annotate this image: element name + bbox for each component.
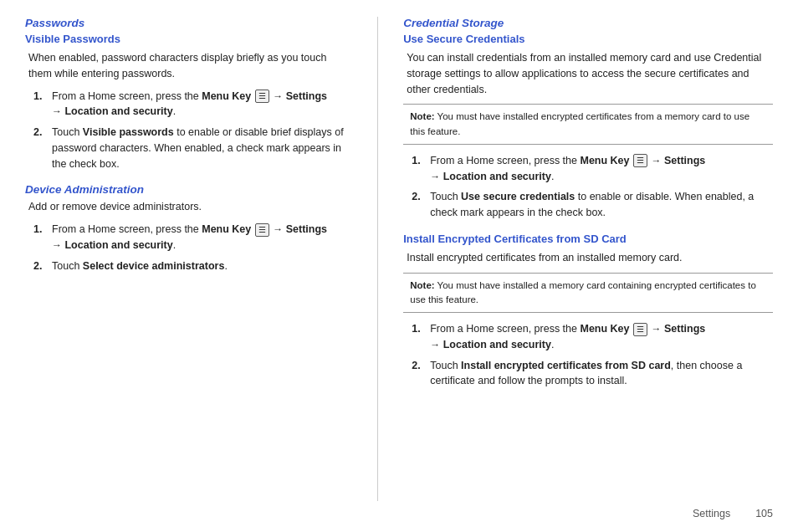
right-column: Credential Storage Use Secure Credential… bbox=[386, 17, 773, 501]
device-admin-section: Device Administration Add or remove devi… bbox=[25, 183, 344, 274]
menu-key-label: Menu Key bbox=[580, 323, 629, 335]
credential-storage-title: Credential Storage bbox=[403, 17, 773, 29]
step: 1. From a Home screen, press the Menu Ke… bbox=[33, 89, 344, 120]
step-number: 2. bbox=[33, 258, 47, 274]
step-content: Touch Install encrypted certificates fro… bbox=[430, 358, 773, 390]
step-number: 1. bbox=[33, 89, 47, 120]
location-security-label: Location and security bbox=[64, 239, 172, 251]
use-secure-creds-title: Use Secure Credentials bbox=[403, 33, 773, 45]
footer: Settings 105 bbox=[25, 501, 773, 519]
step-number: 2. bbox=[33, 125, 47, 171]
step: 2. Touch Use secure credentials to enabl… bbox=[412, 189, 773, 221]
menu-key-icon: ☰ bbox=[255, 90, 269, 103]
note-box-2: Note: You must have installed a memory c… bbox=[403, 273, 773, 314]
settings-label: Settings bbox=[286, 223, 327, 235]
menu-key-icon: ☰ bbox=[255, 223, 269, 237]
step: 1. From a Home screen, press the Menu Ke… bbox=[412, 153, 773, 185]
location-security-label: Location and security bbox=[443, 171, 551, 182]
step-content: From a Home screen, press the Menu Key ☰… bbox=[430, 153, 773, 185]
step-content: From a Home screen, press the Menu Key ☰… bbox=[52, 222, 344, 253]
settings-label: Settings bbox=[664, 323, 705, 335]
column-divider bbox=[377, 17, 378, 501]
install-certs-title: Install Encrypted Certificates from SD C… bbox=[403, 233, 773, 245]
footer-page-number: 105 bbox=[755, 508, 773, 519]
passwords-section: Passwords Visible Passwords When enabled… bbox=[25, 17, 344, 171]
step: 1. From a Home screen, press the Menu Ke… bbox=[33, 222, 344, 253]
step-number: 1. bbox=[412, 153, 425, 185]
step: 2. Touch Visible passwords to enable or … bbox=[33, 125, 344, 171]
step: 2. Touch Install encrypted certificates … bbox=[412, 358, 773, 390]
select-device-admin-bold: Select device administrators bbox=[83, 260, 225, 272]
settings-label: Settings bbox=[286, 90, 327, 102]
step-content: Touch Select device administrators. bbox=[52, 258, 344, 274]
passwords-title: Passwords bbox=[25, 17, 344, 29]
install-certs-section: Install Encrypted Certificates from SD C… bbox=[403, 233, 773, 389]
left-column: Passwords Visible Passwords When enabled… bbox=[25, 17, 369, 501]
step-content: From a Home screen, press the Menu Key ☰… bbox=[430, 321, 773, 353]
settings-label: Settings bbox=[664, 155, 705, 166]
menu-key-icon: ☰ bbox=[633, 323, 647, 336]
step: 2. Touch Select device administrators. bbox=[33, 258, 344, 274]
use-secure-creds-steps: 1. From a Home screen, press the Menu Ke… bbox=[412, 153, 773, 221]
menu-key-label: Menu Key bbox=[202, 223, 251, 235]
footer-section-label: Settings bbox=[693, 508, 730, 519]
menu-key-icon: ☰ bbox=[633, 154, 647, 167]
step-number: 1. bbox=[33, 222, 47, 253]
step-content: Touch Visible passwords to enable or dis… bbox=[52, 125, 344, 171]
step: 1. From a Home screen, press the Menu Ke… bbox=[412, 321, 773, 353]
menu-key-label: Menu Key bbox=[202, 90, 251, 102]
step-content: From a Home screen, press the Menu Key ☰… bbox=[52, 89, 344, 120]
visible-passwords-steps: 1. From a Home screen, press the Menu Ke… bbox=[33, 89, 344, 172]
visible-passwords-bold: Visible passwords bbox=[83, 126, 174, 138]
step-number: 2. bbox=[412, 189, 425, 221]
use-secure-creds-bold: Use secure credentials bbox=[461, 191, 575, 202]
visible-passwords-title: Visible Passwords bbox=[25, 33, 344, 45]
install-certs-bold: Install encrypted certificates from SD c… bbox=[461, 360, 671, 371]
location-security-label: Location and security bbox=[443, 339, 551, 350]
note-label-2: Note: bbox=[410, 280, 434, 290]
install-certs-body: Install encrypted certificates from an i… bbox=[403, 250, 773, 266]
use-secure-creds-body: You can install credentials from an inst… bbox=[403, 50, 773, 97]
device-admin-body: Add or remove device administrators. bbox=[25, 199, 344, 215]
note-box-1: Note: You must have installed encrypted … bbox=[403, 104, 773, 145]
step-number: 1. bbox=[412, 321, 425, 353]
step-content: Touch Use secure credentials to enable o… bbox=[430, 189, 773, 221]
note-label-1: Note: bbox=[410, 111, 434, 121]
visible-passwords-body: When enabled, password characters displa… bbox=[25, 50, 344, 82]
note-text-2: You must have installed a memory card co… bbox=[410, 280, 756, 304]
credential-storage-section: Credential Storage Use Secure Credential… bbox=[403, 17, 773, 221]
page: Passwords Visible Passwords When enabled… bbox=[0, 0, 798, 532]
location-security-label: Location and security bbox=[64, 105, 172, 117]
device-admin-title: Device Administration bbox=[25, 183, 344, 196]
step-number: 2. bbox=[412, 358, 425, 390]
install-certs-steps: 1. From a Home screen, press the Menu Ke… bbox=[412, 321, 773, 389]
menu-key-label: Menu Key bbox=[580, 155, 629, 166]
note-text-1: You must have installed encrypted certif… bbox=[410, 111, 749, 136]
device-admin-steps: 1. From a Home screen, press the Menu Ke… bbox=[33, 222, 344, 274]
